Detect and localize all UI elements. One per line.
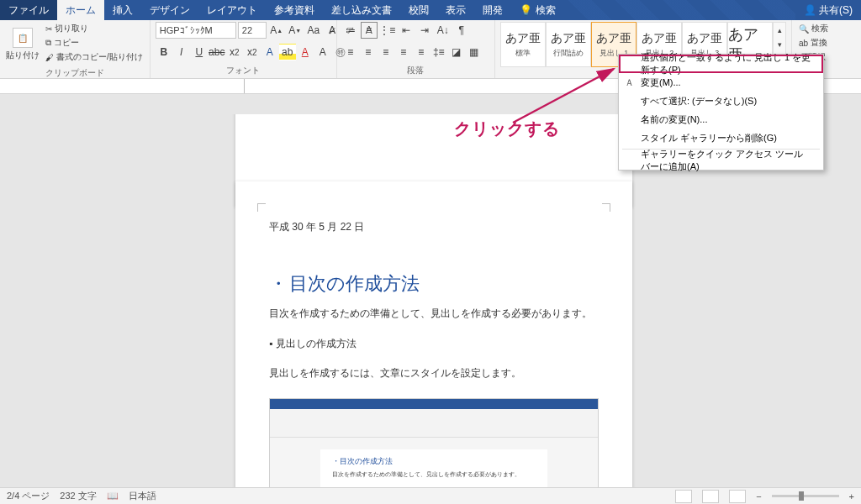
titlebar-pattern	[564, 0, 795, 20]
change-case-button[interactable]: Aa	[305, 22, 322, 39]
tab-references[interactable]: 参考資料	[266, 0, 323, 20]
paste-icon: 📋	[13, 28, 33, 48]
page-2[interactable]: 平成 30 年 5 月 22 日 目次の作成方法 目次を作成するための準備として…	[235, 181, 632, 487]
search-label: 検索	[536, 3, 556, 18]
font-name-value: HGPｺﾞｼｯｸM	[160, 25, 213, 35]
crop-mark	[257, 203, 266, 212]
style-no-spacing[interactable]: あア亜行間詰め	[546, 22, 591, 67]
styles-scroll-down[interactable]: ▾	[774, 37, 785, 51]
menu-select-all[interactable]: すべて選択: (データなし)(S)	[619, 92, 823, 110]
copy-label: コピー	[54, 37, 79, 49]
replace-button[interactable]: ab置換	[797, 36, 856, 50]
share-label: 共有(S)	[819, 3, 853, 18]
subscript-button[interactable]: x2	[226, 44, 243, 60]
distributed-button[interactable]: ≡	[413, 44, 430, 60]
group-paragraph: ≔ ≡ ⋮≡ ⇤ ⇥ A↓ ¶ ≡ ≡ ≡ ≡ ≡ ‡≡ ◪ ▦ 段落	[337, 20, 495, 78]
status-language[interactable]: 日本語	[129, 490, 156, 502]
style-normal[interactable]: あア亜標準	[500, 22, 546, 67]
doc-heading-1[interactable]: 目次の作成方法	[269, 271, 599, 297]
menu-rename[interactable]: 名前の変更(N)...	[619, 110, 823, 129]
tab-insert[interactable]: 挿入	[104, 0, 141, 20]
line-spacing-button[interactable]: ‡≡	[430, 44, 447, 60]
styles-scroll-up[interactable]: ▴	[774, 23, 785, 37]
font-name-combo[interactable]: HGPｺﾞｼｯｸM	[156, 22, 236, 39]
increase-indent-button[interactable]: ⇥	[416, 22, 433, 39]
show-marks-button[interactable]: ¶	[453, 22, 470, 39]
brush-icon: 🖌	[45, 53, 54, 62]
italic-button[interactable]: I	[173, 44, 190, 60]
share-button[interactable]: 👤 共有(S)	[795, 0, 861, 20]
multilevel-list-button[interactable]: ⋮≡	[379, 22, 396, 39]
grow-font-button[interactable]: A▲	[268, 22, 285, 39]
bold-button[interactable]: B	[156, 44, 172, 60]
view-read-mode[interactable]	[675, 490, 692, 503]
superscript-button[interactable]: x2	[244, 44, 261, 60]
tab-design[interactable]: デザイン	[141, 0, 198, 20]
align-center-button[interactable]: ≡	[360, 44, 377, 60]
zoom-in-button[interactable]: +	[849, 491, 854, 501]
inner-title: ・目次の作成方法	[332, 456, 536, 467]
tell-me-search[interactable]: 💡 検索	[511, 0, 564, 20]
style-sample: あア亜	[596, 31, 631, 46]
style-context-menu: 選択個所と一致するように 見出し 1 を更新する(P) Ａ変更(M)... すべ…	[618, 54, 824, 171]
tab-mailings[interactable]: 差し込み文書	[323, 0, 400, 20]
zoom-out-button[interactable]: −	[756, 491, 761, 501]
inner-paragraph: 目次を作成するための準備として、見出しを作成する必要があります。	[332, 470, 536, 479]
format-painter-label: 書式のコピー/貼り付け	[56, 51, 143, 63]
find-button[interactable]: 🔍検索	[797, 22, 856, 35]
menu-modify[interactable]: Ａ変更(M)...	[619, 73, 823, 92]
tab-developer[interactable]: 開発	[474, 0, 511, 20]
style-sample: あア亜	[505, 31, 541, 46]
style-label: 行間詰め	[553, 48, 584, 59]
doc-date: 平成 30 年 5 月 22 日	[269, 220, 599, 234]
highlight-button[interactable]: ab	[279, 44, 296, 60]
menu-update-to-match[interactable]: 選択個所と一致するように 見出し 1 を更新する(P)	[619, 55, 823, 73]
numbering-button[interactable]: ≡	[361, 22, 378, 39]
tab-review[interactable]: 校閲	[400, 0, 437, 20]
font-size-combo[interactable]: 22	[238, 22, 267, 39]
bullets-button[interactable]: ≔	[342, 22, 359, 39]
underline-button[interactable]: U	[191, 44, 208, 60]
paste-button[interactable]: 📋 貼り付け	[5, 22, 40, 67]
cut-button[interactable]: ✂切り取り	[44, 22, 145, 35]
font-group-label: フォント	[156, 65, 331, 78]
modify-icon: Ａ	[622, 76, 636, 89]
group-clipboard: 📋 貼り付け ✂切り取り ⧉コピー 🖌書式のコピー/貼り付け クリップボード	[0, 20, 151, 78]
shading-button[interactable]: ◪	[448, 44, 465, 60]
character-shading-button[interactable]: A	[314, 44, 331, 60]
sort-button[interactable]: A↓	[435, 22, 452, 39]
status-bar: 2/4 ページ 232 文字 📖 日本語 − +	[0, 487, 861, 504]
search-icon: 🔍	[799, 24, 809, 34]
zoom-slider[interactable]	[772, 495, 839, 497]
shrink-font-button[interactable]: A▼	[287, 22, 304, 39]
font-color-button[interactable]: A	[297, 44, 314, 60]
status-word-count[interactable]: 232 文字	[60, 490, 96, 502]
menu-label: 名前の変更(N)...	[641, 113, 707, 126]
status-spellcheck-icon[interactable]: 📖	[107, 491, 119, 501]
menu-remove-from-gallery[interactable]: スタイル ギャラリーから削除(G)	[619, 129, 823, 147]
align-left-button[interactable]: ≡	[342, 44, 359, 60]
cut-label: 切り取り	[55, 23, 88, 34]
doc-paragraph[interactable]: 目次を作成するための準備として、見出しを作成する必要があります。	[269, 305, 599, 323]
doc-paragraph[interactable]: 見出しを作成するには、文章にスタイルを設定します。	[269, 365, 599, 383]
menu-add-to-qat[interactable]: ギャラリーをクイック アクセス ツール バーに追加(A)	[619, 151, 823, 170]
align-right-button[interactable]: ≡	[378, 44, 394, 60]
tab-file[interactable]: ファイル	[0, 0, 57, 20]
format-painter-button[interactable]: 🖌書式のコピー/貼り付け	[44, 50, 145, 64]
borders-button[interactable]: ▦	[466, 44, 483, 60]
paragraph-group-label: 段落	[342, 65, 489, 78]
view-print-layout[interactable]	[702, 490, 719, 503]
copy-button[interactable]: ⧉コピー	[44, 36, 145, 50]
justify-button[interactable]: ≡	[395, 44, 412, 60]
tab-view[interactable]: 表示	[437, 0, 474, 20]
strikethrough-button[interactable]: abc	[209, 44, 225, 60]
style-sample: あア亜	[687, 31, 722, 46]
group-font: HGPｺﾞｼｯｸM 22 A▲ A▼ Aa A̷ ア A B I U abc x…	[151, 20, 337, 78]
status-page[interactable]: 2/4 ページ	[7, 490, 50, 502]
decrease-indent-button[interactable]: ⇤	[398, 22, 415, 39]
tab-home[interactable]: ホーム	[57, 0, 104, 20]
tab-layout[interactable]: レイアウト	[198, 0, 266, 20]
text-effects-button[interactable]: A	[261, 44, 278, 60]
doc-subheading[interactable]: 見出しの作成方法	[269, 335, 599, 354]
view-web-layout[interactable]	[729, 490, 746, 503]
